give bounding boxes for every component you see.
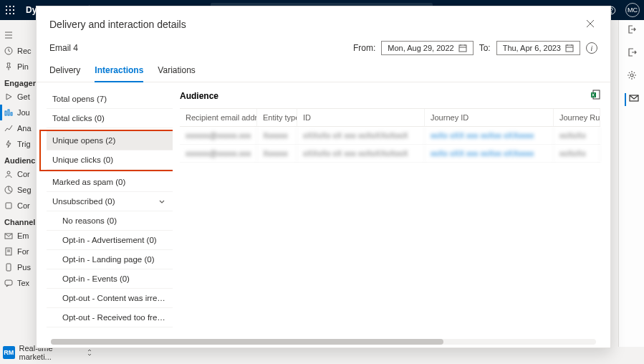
grid-row[interactable]: xxxxxx@xxxxx.xxx Xxxxxx xXXxXx xX xxx xx… <box>180 127 600 145</box>
svg-rect-4 <box>9 9 11 11</box>
metric-optout-frequent[interactable]: Opt-out - Received too frequently <box>47 308 173 327</box>
to-date-value: Thu, Apr 6, 2023 <box>503 44 561 52</box>
metric-unsubscribed[interactable]: Unsubscribed (0) <box>47 192 173 211</box>
metrics-list: Total opens (7) Total clicks (0) Unique … <box>37 82 173 333</box>
user-avatar[interactable]: MC <box>625 3 640 17</box>
chevron-updown-icon <box>86 348 93 357</box>
col-header-email[interactable]: Recipient email address <box>180 109 257 126</box>
tab-bar: Delivery Interactions Variations <box>37 58 610 82</box>
grid-header: Recipient email address Entity type ID J… <box>180 108 600 127</box>
modal-title: Delivery and interaction details <box>49 19 186 30</box>
rail-settings-icon[interactable] <box>627 70 637 83</box>
svg-rect-1 <box>9 6 11 7</box>
svg-rect-31 <box>6 264 11 271</box>
to-label: To: <box>479 43 491 53</box>
svg-rect-23 <box>11 112 12 115</box>
svg-rect-2 <box>13 6 14 7</box>
svg-rect-22 <box>8 110 9 115</box>
svg-rect-7 <box>9 13 11 14</box>
metric-optout-irrelevant[interactable]: Opt-out - Content was irrelevant ( <box>47 289 173 308</box>
app-launcher[interactable] <box>0 0 20 20</box>
info-icon[interactable]: i <box>586 42 597 54</box>
metric-total-clicks[interactable]: Total clicks (0) <box>47 109 173 128</box>
svg-rect-6 <box>6 13 7 14</box>
from-date-value: Mon, Aug 29, 2022 <box>388 44 453 52</box>
svg-rect-41 <box>566 45 573 52</box>
svg-rect-26 <box>6 203 11 209</box>
export-excel-button[interactable] <box>590 90 600 102</box>
metric-marked-spam[interactable]: Marked as spam (0) <box>47 173 173 192</box>
chevron-down-icon <box>158 198 165 205</box>
metric-optin-landing[interactable]: Opt-in - Landing page (0) <box>47 250 173 269</box>
rail-share-icon[interactable] <box>627 47 637 60</box>
svg-rect-5 <box>13 9 14 11</box>
svg-point-24 <box>7 171 10 174</box>
svg-rect-0 <box>6 6 7 7</box>
audience-title: Audience <box>180 91 218 101</box>
audience-panel: Audience Recipient email address Entity … <box>173 82 610 333</box>
to-date-picker[interactable]: Thu, Apr 6, 2023 <box>496 41 580 55</box>
email-name: Email 4 <box>49 43 78 53</box>
calendar-icon <box>565 44 574 52</box>
metric-optin-events[interactable]: Opt-in - Events (0) <box>47 269 173 289</box>
close-icon <box>586 19 595 28</box>
tab-interactions[interactable]: Interactions <box>95 62 143 82</box>
metric-no-reasons[interactable]: No reasons (0) <box>47 211 173 231</box>
rail-expand-icon[interactable] <box>627 24 637 37</box>
area-badge: RM <box>3 346 15 359</box>
close-button[interactable] <box>583 15 597 34</box>
tab-variations[interactable]: Variations <box>158 62 195 82</box>
col-header-id[interactable]: ID <box>297 109 425 126</box>
grid-row[interactable]: xxxxxx@xxxxx.xxx Xxxxxx xXXxXx xX xxx xx… <box>180 145 600 163</box>
metric-unique-clicks[interactable]: Unique clicks (0) <box>47 150 173 170</box>
metric-unique-opens[interactable]: Unique opens (2) <box>47 131 173 150</box>
metric-total-opens[interactable]: Total opens (7) <box>47 90 173 109</box>
svg-rect-3 <box>6 9 7 11</box>
from-date-picker[interactable]: Mon, Aug 29, 2022 <box>381 41 473 55</box>
highlighted-metrics: Unique opens (2) Unique clicks (0) <box>39 130 173 171</box>
excel-icon <box>590 90 600 100</box>
svg-rect-21 <box>5 111 6 115</box>
horizontal-scrollbar[interactable] <box>51 339 596 345</box>
details-modal: Delivery and interaction details Email 4… <box>36 6 611 348</box>
date-range: From: Mon, Aug 29, 2022 To: Thu, Apr 6, … <box>353 41 597 55</box>
col-header-run[interactable]: Journey Run <box>554 109 600 126</box>
svg-rect-37 <box>459 45 466 52</box>
svg-point-33 <box>630 74 633 77</box>
metric-optin-ad[interactable]: Opt-in - Advertisement (0) <box>47 231 173 250</box>
audience-grid: Recipient email address Entity type ID J… <box>180 108 600 163</box>
col-header-entity[interactable]: Entity type <box>257 109 297 126</box>
from-label: From: <box>353 43 375 53</box>
right-rail <box>618 20 644 347</box>
calendar-icon <box>458 44 467 52</box>
svg-rect-32 <box>5 280 12 285</box>
rail-mail-icon[interactable] <box>625 93 639 106</box>
svg-rect-8 <box>13 13 14 14</box>
tab-delivery[interactable]: Delivery <box>49 62 80 82</box>
col-header-journey[interactable]: Journey ID <box>425 109 554 126</box>
